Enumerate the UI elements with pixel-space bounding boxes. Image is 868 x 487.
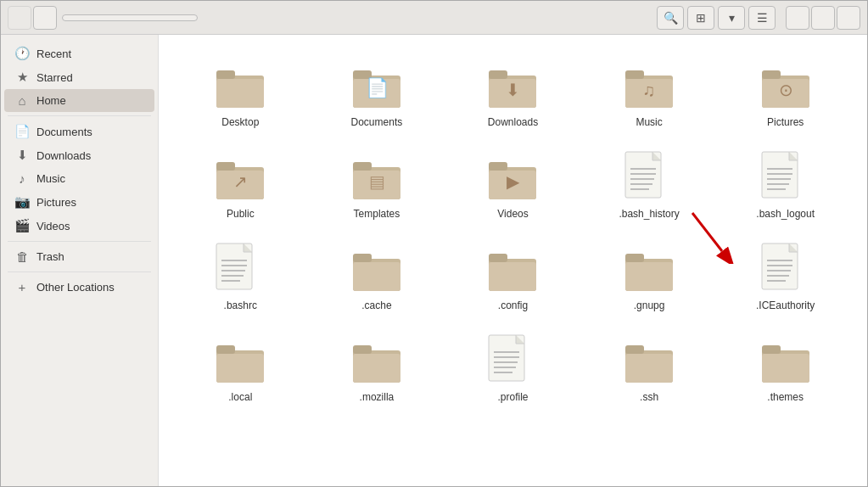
- file-item-templates[interactable]: ▤ Templates: [312, 143, 442, 227]
- file-item-bash_history[interactable]: .bash_history: [585, 143, 714, 227]
- file-label-iceauthority: .ICEauthority: [756, 299, 815, 311]
- file-icon-iceauthority: [759, 242, 813, 296]
- sidebar-label-music: Music: [36, 172, 65, 185]
- svg-text:♫: ♫: [643, 81, 656, 99]
- sidebar-item-trash[interactable]: 🗑 Trash: [4, 245, 154, 268]
- svg-rect-16: [762, 70, 781, 79]
- sidebar-sep-1: [8, 115, 151, 116]
- svg-text:📄: 📄: [365, 76, 389, 99]
- starred-icon: ★: [14, 70, 30, 85]
- file-item-documents[interactable]: 📄 Documents: [312, 52, 442, 135]
- menu-button[interactable]: ☰: [748, 6, 776, 30]
- file-label-downloads: Downloads: [488, 116, 538, 128]
- documents-icon: 📄: [14, 124, 30, 139]
- file-icon-bashrc: [213, 242, 267, 296]
- file-label-templates: Templates: [354, 208, 400, 220]
- titlebar-actions: 🔍 ⊞ ▾ ☰: [657, 6, 776, 30]
- file-item-desktop[interactable]: Desktop: [176, 52, 305, 135]
- file-item-cache[interactable]: .cache: [312, 235, 442, 318]
- search-button[interactable]: 🔍: [657, 6, 684, 30]
- music-icon: ♪: [14, 171, 30, 186]
- back-button[interactable]: [8, 6, 31, 30]
- file-item-mozilla[interactable]: .mozilla: [312, 327, 442, 410]
- nav-buttons: [8, 6, 57, 30]
- svg-rect-98: [762, 354, 809, 383]
- forward-button[interactable]: [33, 6, 57, 30]
- file-label-themes: .themes: [767, 391, 804, 403]
- svg-rect-95: [625, 354, 673, 383]
- file-icon-cache: [350, 242, 404, 296]
- sidebar-label-recent: Recent: [36, 48, 71, 60]
- file-item-bash_logout[interactable]: .bash_logout: [720, 143, 850, 227]
- file-icon-public: ↗: [213, 150, 267, 204]
- view-chevron-button[interactable]: ▾: [718, 6, 745, 30]
- sidebar-item-downloads[interactable]: ⬇ Downloads: [4, 143, 154, 167]
- file-item-videos[interactable]: ▶ Videos: [448, 143, 578, 227]
- svg-rect-1: [216, 70, 235, 79]
- file-item-bashrc[interactable]: .bashrc: [176, 235, 305, 318]
- svg-rect-8: [489, 70, 507, 79]
- file-label-config: .config: [498, 299, 528, 311]
- sidebar-label-videos: Videos: [36, 220, 70, 232]
- svg-rect-94: [625, 345, 644, 354]
- sidebar-item-home[interactable]: ⌂ Home: [4, 89, 154, 112]
- downloads-icon: ⬇: [14, 148, 30, 163]
- file-item-pictures[interactable]: ⊙ Pictures: [720, 52, 850, 135]
- file-item-themes[interactable]: .themes: [720, 327, 850, 410]
- file-label-documents: Documents: [351, 116, 403, 128]
- svg-text:▶: ▶: [507, 172, 520, 191]
- file-item-iceauthority[interactable]: .ICEauthority: [720, 235, 850, 318]
- file-icon-mozilla: [350, 333, 404, 388]
- file-item-profile[interactable]: .profile: [448, 327, 578, 410]
- file-item-downloads[interactable]: ⬇ Downloads: [448, 52, 578, 135]
- menu-icon: ☰: [757, 11, 768, 25]
- file-label-local: .local: [228, 391, 252, 403]
- sidebar-item-music[interactable]: ♪ Music: [4, 167, 154, 190]
- sidebar-label-home: Home: [36, 94, 66, 107]
- file-item-ssh[interactable]: .ssh: [585, 327, 714, 410]
- pictures-icon: 📷: [14, 194, 30, 210]
- file-item-music[interactable]: ♫ Music: [585, 52, 714, 135]
- sidebar-label-documents: Documents: [36, 126, 92, 138]
- file-grid: Desktop 📄 Documents ⬇ Downloads ♫ Music …: [176, 52, 850, 410]
- minimize-button[interactable]: [786, 6, 809, 30]
- file-label-desktop: Desktop: [221, 116, 259, 128]
- file-label-videos: Videos: [497, 208, 528, 220]
- file-icon-themes: [759, 333, 813, 388]
- file-icon-downloads: ⬇: [485, 59, 540, 113]
- file-item-config[interactable]: .config: [448, 235, 578, 318]
- file-label-pictures: Pictures: [767, 116, 804, 128]
- view-icon: ⊞: [696, 11, 706, 25]
- sidebar-label-other: Other Locations: [36, 281, 115, 294]
- sidebar-item-pictures[interactable]: 📷 Pictures: [4, 190, 154, 214]
- main-layout: 🕐 Recent ★ Starred ⌂ Home 📄 Documents ⬇ …: [1, 35, 867, 486]
- file-icon-bash_history: [622, 150, 676, 204]
- path-bar[interactable]: [62, 14, 198, 21]
- svg-text:▤: ▤: [368, 172, 384, 191]
- sidebar-label-starred: Starred: [36, 71, 73, 84]
- svg-text:⊙: ⊙: [778, 81, 792, 99]
- svg-rect-12: [625, 70, 644, 79]
- maximize-button[interactable]: [811, 6, 835, 30]
- file-item-public[interactable]: ↗ Public: [176, 143, 305, 227]
- file-icon-videos: ▶: [485, 150, 540, 204]
- sidebar-item-recent[interactable]: 🕐 Recent: [4, 42, 154, 65]
- view-button[interactable]: ⊞: [687, 6, 714, 30]
- file-label-bashrc: .bashrc: [224, 299, 257, 311]
- sidebar-item-videos[interactable]: 🎬 Videos: [4, 214, 154, 238]
- svg-rect-60: [353, 262, 400, 291]
- titlebar: 🔍 ⊞ ▾ ☰: [1, 1, 867, 35]
- file-icon-pictures: ⊙: [759, 59, 813, 113]
- file-icon-config: [485, 242, 540, 296]
- sidebar-item-other[interactable]: + Other Locations: [4, 276, 154, 299]
- svg-rect-24: [353, 162, 372, 171]
- sidebar-item-documents[interactable]: 📄 Documents: [4, 120, 154, 143]
- file-label-music: Music: [636, 116, 662, 128]
- file-item-gnupg[interactable]: .gnupg: [585, 235, 714, 318]
- window-controls: [786, 6, 860, 30]
- file-item-local[interactable]: .local: [176, 327, 305, 410]
- svg-text:⬇: ⬇: [506, 81, 520, 99]
- search-icon: 🔍: [664, 11, 678, 25]
- sidebar-item-starred[interactable]: ★ Starred: [4, 65, 154, 89]
- close-button[interactable]: [837, 6, 860, 30]
